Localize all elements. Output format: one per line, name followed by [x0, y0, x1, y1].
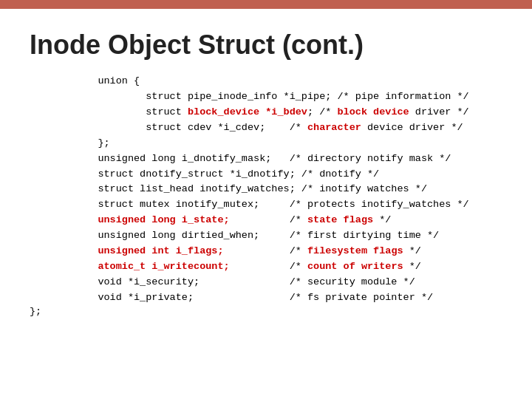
code-line-bdev: struct block_device *i_bdev; /* block de… — [74, 105, 502, 120]
code-line-i-writecount: atomic_t i_writecount; /* count of write… — [74, 259, 502, 275]
code-line-dirtied: unsigned long dirtied_when; /* first dir… — [74, 228, 502, 244]
top-bar — [0, 0, 532, 9]
code-line-pipe: struct pipe_inode_info *i_pipe; /* pipe … — [74, 89, 502, 105]
code-line-i-private: void *i_private; /* fs private pointer *… — [74, 290, 502, 306]
code-line-i-security: void *i_security; /* security module */ — [74, 275, 502, 290]
code-line-union-open: union { — [74, 74, 502, 89]
page-title: Inode Object Struct (cont.) — [0, 9, 532, 74]
code-line-dnotify-struct: struct dnotify_struct *i_dnotify; /* dno… — [74, 167, 502, 183]
code-line-dnotify-mask: unsigned long i_dnotify_mask; /* directo… — [74, 151, 502, 167]
code-line-i-state: unsigned long i_state; /* state flags */ — [74, 213, 502, 228]
code-line-cdev: struct cdev *i_cdev; /* character device… — [74, 120, 502, 136]
code-line-inotify-watches: struct list_head inotify_watches; /* ino… — [74, 182, 502, 197]
code-line-inotify-mutex: struct mutex inotify_mutex; /* protects … — [74, 197, 502, 213]
code-line-i-flags: unsigned int i_flags; /* filesystem flag… — [74, 244, 502, 259]
code-closing: }; — [0, 306, 532, 317]
code-line-union-close: }; — [74, 136, 502, 151]
code-block: union { struct pipe_inode_info *i_pipe; … — [0, 74, 532, 306]
